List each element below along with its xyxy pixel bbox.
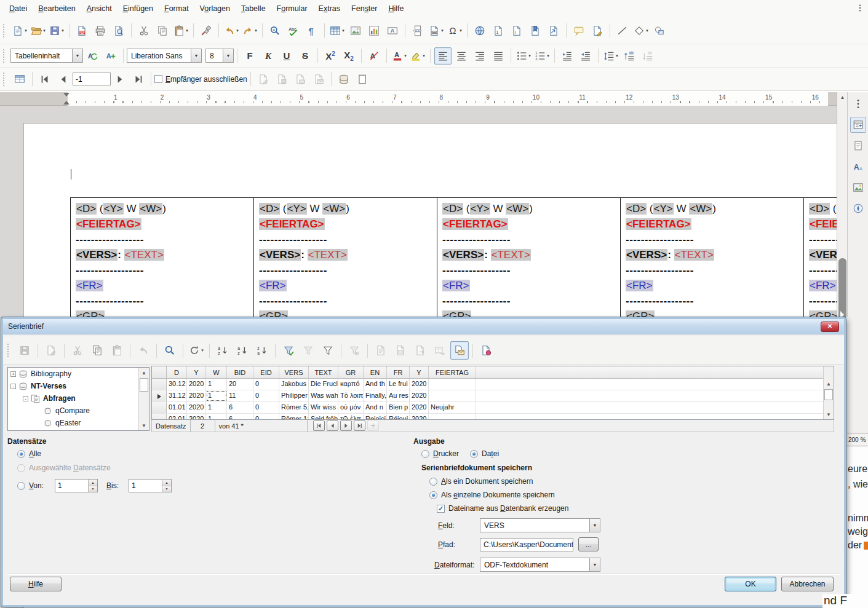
- chevron-down-icon[interactable]: ▾: [441, 28, 444, 33]
- italic-button[interactable]: K: [260, 47, 277, 65]
- menu-vorlagen[interactable]: Vorlagen: [194, 1, 236, 16]
- align-right-button[interactable]: [471, 47, 488, 65]
- undo-button[interactable]: ▾: [223, 22, 240, 39]
- cancel-button[interactable]: Abbrechen: [781, 577, 834, 591]
- merge-field-fr[interactable]: <FR>: [626, 280, 653, 291]
- chevron-down-icon[interactable]: ▾: [255, 28, 257, 33]
- cell[interactable]: 2020: [187, 379, 206, 390]
- find-record-button[interactable]: [161, 341, 179, 360]
- last-record-button[interactable]: [354, 420, 365, 431]
- path-input[interactable]: C:\Users\Kasper\Documents: [480, 538, 573, 551]
- cell[interactable]: 0: [253, 379, 279, 390]
- close-button[interactable]: ✕: [821, 322, 839, 332]
- merge-field-d[interactable]: <D>: [809, 203, 830, 215]
- row-handle[interactable]: [152, 379, 167, 390]
- paste-button[interactable]: [108, 341, 126, 360]
- merge-field-fr[interactable]: <FR>: [809, 280, 837, 291]
- cell[interactable]: Réjoui: [387, 414, 410, 420]
- all-records-radio[interactable]: [17, 450, 25, 458]
- justify-button[interactable]: [490, 47, 507, 65]
- column-header-w-2[interactable]: W: [206, 366, 227, 378]
- clone-formatting-button[interactable]: [197, 22, 215, 39]
- cell[interactable]: [429, 379, 476, 390]
- chevron-down-icon[interactable]: ▾: [43, 28, 46, 33]
- print-preview-button[interactable]: [110, 22, 127, 39]
- sidebar-settings-button[interactable]: [850, 96, 866, 112]
- cell[interactable]: Jakobus: [279, 379, 309, 390]
- prev-record-button[interactable]: [327, 420, 338, 431]
- next-record-button[interactable]: [111, 71, 129, 88]
- menubar-right-icon[interactable]: [856, 4, 864, 12]
- record-grid[interactable]: DYWBIDEIDVERSTEXTGRENFRYFEIERTAG 30.1220…: [151, 366, 834, 420]
- dialog-title-bar[interactable]: Serienbrief ✕: [3, 319, 844, 334]
- save-merged-documents-button[interactable]: [273, 71, 290, 88]
- cell[interactable]: 1: [206, 414, 227, 420]
- insert-image-button[interactable]: [347, 22, 364, 39]
- tree-item-bibliography[interactable]: +Bibliography: [8, 368, 149, 380]
- cell[interactable]: Römer 1:: [279, 414, 309, 420]
- cell[interactable]: Bien p: [387, 402, 410, 413]
- cell[interactable]: Neujahr: [429, 402, 476, 413]
- menu-bearbeiten[interactable]: Bearbeiten: [33, 1, 81, 16]
- chevron-down-icon[interactable]: ▾: [201, 348, 204, 353]
- file-radio[interactable]: [470, 450, 478, 458]
- cell[interactable]: Die Frucl: [309, 379, 338, 390]
- cell[interactable]: Seid fröh: [309, 414, 338, 420]
- merge-field-feiertag[interactable]: <FEIERTAG>: [626, 218, 691, 230]
- scroll-up-icon[interactable]: ▲: [838, 92, 847, 102]
- chevron-down-icon[interactable]: ▾: [423, 53, 425, 58]
- paste-button[interactable]: ▾: [172, 22, 189, 39]
- insert-bookmark-button[interactable]: [527, 22, 544, 39]
- filename-from-database-checkbox[interactable]: ✓: [437, 505, 445, 513]
- merge-field-vers[interactable]: <VERS>: [809, 249, 837, 261]
- data-insert-button[interactable]: [411, 341, 429, 360]
- column-header-y-10[interactable]: Y: [410, 366, 429, 378]
- from-input[interactable]: [55, 480, 88, 492]
- menu-ansicht[interactable]: Ansicht: [81, 1, 117, 16]
- strikethrough-button[interactable]: S: [297, 47, 314, 65]
- menu-format[interactable]: Format: [159, 1, 194, 16]
- cell[interactable]: 6: [227, 414, 253, 420]
- scroll-up-icon[interactable]: ▲: [824, 379, 834, 389]
- chevron-down-icon[interactable]: ▾: [62, 28, 64, 33]
- merge-field-vers[interactable]: <VERS>: [626, 249, 667, 261]
- apply-filter-button[interactable]: [299, 341, 317, 360]
- sort-descending-button[interactable]: za: [253, 341, 271, 360]
- collapse-icon[interactable]: -: [23, 396, 28, 401]
- cell[interactable]: 1: [206, 379, 227, 390]
- undo-data-button[interactable]: [134, 341, 153, 360]
- merge-field-w[interactable]: <W>: [139, 203, 162, 215]
- cell[interactable]: 0: [253, 414, 279, 420]
- merge-template-cell[interactable]: <D> (<Y> W <W>) <FEIERTAG> -------------…: [254, 198, 437, 325]
- to-spinner[interactable]: ▲▼: [129, 479, 172, 492]
- merge-field-text[interactable]: <TEXT>: [491, 249, 531, 261]
- align-center-button[interactable]: [453, 47, 470, 65]
- tree-item-nt-verses[interactable]: -NT-Verses: [8, 380, 149, 392]
- exclude-recipient-checkbox[interactable]: [154, 75, 162, 83]
- merge-field-vers[interactable]: <VERS>: [76, 249, 117, 261]
- mail-merge-button[interactable]: [450, 341, 469, 360]
- export-pdf-button[interactable]: PDF: [73, 22, 90, 39]
- cell[interactable]: [429, 390, 476, 401]
- spin-down-icon[interactable]: ▼: [162, 486, 171, 492]
- merge-template-cell[interactable]: <D> (<Y> W <W>) <FEIERTAG> -------------…: [71, 198, 254, 325]
- subscript-button[interactable]: X2: [340, 47, 357, 65]
- cell[interactable]: 01.01: [167, 402, 187, 413]
- row-handle[interactable]: [152, 414, 167, 420]
- cell[interactable]: Wir wiss: [309, 402, 338, 413]
- toolbar-grip[interactable]: [3, 24, 7, 38]
- sidebar-navigator-button[interactable]: [850, 200, 866, 216]
- chevron-down-icon[interactable]: ▾: [236, 28, 239, 33]
- scroll-down-icon[interactable]: ▼: [824, 409, 834, 419]
- merge-field-d[interactable]: <D>: [76, 203, 97, 215]
- new-document-button[interactable]: ▾: [11, 22, 28, 39]
- merge-field-vers[interactable]: <VERS>: [259, 249, 301, 261]
- data-to-text-button[interactable]: [372, 341, 390, 360]
- sidebar-character-button[interactable]: AA: [850, 159, 866, 175]
- chevron-down-icon[interactable]: ▾: [528, 53, 531, 58]
- reset-filter-button[interactable]: [345, 341, 364, 360]
- track-changes-button[interactable]: [589, 22, 606, 39]
- chevron-down-icon[interactable]: ▾: [547, 53, 549, 58]
- numbered-list-button[interactable]: 1.2.3.▾: [533, 47, 551, 65]
- range-records-radio[interactable]: [17, 482, 25, 490]
